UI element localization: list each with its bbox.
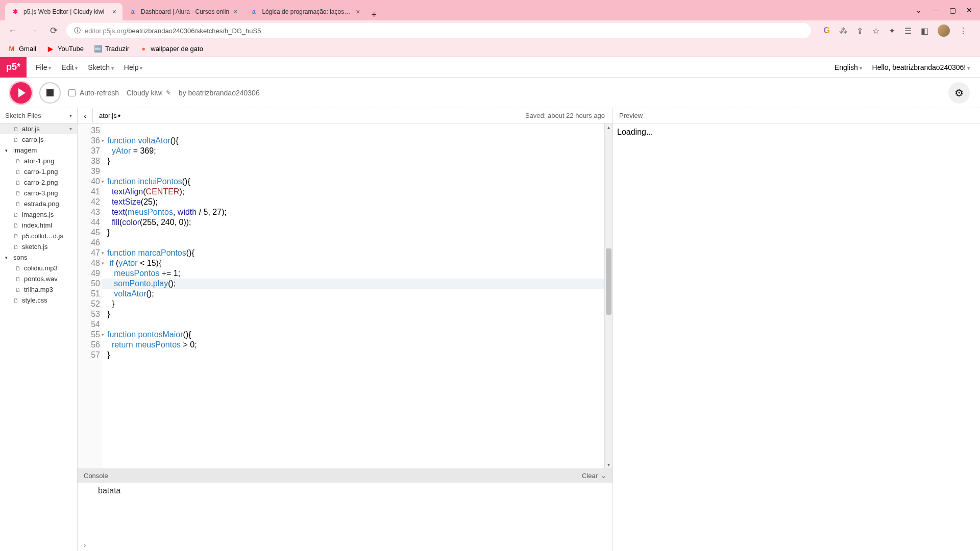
code-line[interactable]: function marcaPontos(){: [107, 248, 604, 258]
google-icon[interactable]: G: [824, 26, 830, 35]
new-tab-button[interactable]: +: [366, 10, 382, 20]
forward-button[interactable]: →: [26, 26, 41, 36]
reading-list-icon[interactable]: ☰: [904, 26, 912, 36]
code-line[interactable]: }: [107, 309, 604, 319]
gear-icon[interactable]: ⚙: [948, 82, 970, 104]
code-line[interactable]: voltaAtor();: [107, 289, 604, 299]
maximize-button[interactable]: ▢: [949, 6, 956, 14]
file-item[interactable]: 🗋carro-3.png: [0, 188, 77, 198]
code-line[interactable]: [107, 166, 604, 177]
user-menu[interactable]: Hello, beatrizbrandao240306!: [872, 63, 970, 71]
side-panel-icon[interactable]: ◧: [921, 26, 928, 36]
auto-refresh-toggle[interactable]: Auto-refresh: [68, 89, 119, 97]
line-number: 56: [78, 340, 100, 350]
bookmark-item[interactable]: ▶YouTube: [46, 45, 84, 53]
code-line[interactable]: meusPontos += 1;: [107, 268, 604, 279]
pencil-icon[interactable]: ✎: [166, 89, 171, 96]
code-line[interactable]: return meusPontos > 0;: [107, 340, 604, 350]
file-item[interactable]: 🗋p5.collid…d.js: [0, 231, 77, 241]
file-item[interactable]: 🗋estrada.png: [0, 198, 77, 209]
close-tab-icon[interactable]: ×: [356, 8, 360, 16]
close-tab-icon[interactable]: ×: [233, 8, 237, 16]
share-icon[interactable]: ⇪: [856, 26, 863, 36]
bookmark-star-icon[interactable]: ☆: [872, 26, 879, 36]
folder-item[interactable]: ▾sons: [0, 252, 77, 263]
code-line[interactable]: fill(color(255, 240, 0));: [107, 217, 604, 228]
url-input[interactable]: ⓘ editor.p5js.org/beatrizbrandao240306/s…: [66, 23, 811, 38]
browser-tab[interactable]: ✱p5.js Web Editor | Cloudy kiwi×: [5, 3, 122, 20]
code-line[interactable]: [107, 319, 604, 330]
file-item[interactable]: 🗋sketch.js: [0, 241, 77, 252]
editor-tab[interactable]: ator.js•: [93, 108, 127, 123]
code-line[interactable]: }: [107, 228, 604, 238]
file-item[interactable]: 🗋carro.js: [0, 134, 77, 145]
code-line[interactable]: [107, 126, 604, 136]
code-line[interactable]: }: [107, 299, 604, 309]
bookmark-item[interactable]: ●wallpaper de gato: [139, 45, 203, 53]
code-content[interactable]: function voltaAtor(){ yAtor = 369;}funct…: [102, 123, 604, 468]
file-item[interactable]: 🗋pontos.wav: [0, 273, 77, 284]
close-tab-icon[interactable]: ×: [112, 8, 116, 16]
back-button[interactable]: ←: [5, 26, 20, 36]
code-editor[interactable]: 3536▾37383940▾41424344454647▾48▾49505152…: [78, 123, 612, 468]
file-item[interactable]: 🗋ator-1.png: [0, 156, 77, 166]
code-line[interactable]: function pontosMaior(){: [107, 330, 604, 340]
code-line[interactable]: [107, 238, 604, 248]
site-info-icon[interactable]: ⓘ: [74, 26, 81, 35]
collapse-sidebar-button[interactable]: ‹: [78, 108, 93, 123]
code-line[interactable]: function voltaAtor(){: [107, 136, 604, 146]
code-line[interactable]: yAtor = 369;: [107, 146, 604, 156]
chevron-down-icon[interactable]: ▾: [69, 126, 72, 132]
file-item[interactable]: 🗋style.css: [0, 295, 77, 306]
stop-button[interactable]: [39, 82, 61, 104]
code-line[interactable]: somPonto.play();: [102, 279, 604, 289]
code-line[interactable]: textSize(25);: [107, 197, 604, 207]
file-item[interactable]: 🗋carro-1.png: [0, 166, 77, 177]
browser-tab[interactable]: aDashboard | Alura - Cursos onlin×: [122, 3, 243, 20]
menu-file[interactable]: File: [33, 59, 54, 76]
file-item[interactable]: 🗋ator.js▾: [0, 123, 77, 134]
menu-sketch[interactable]: Sketch: [85, 59, 117, 76]
console-clear-button[interactable]: Clear ⌄: [582, 472, 606, 480]
file-item[interactable]: 🗋carro-2.png: [0, 177, 77, 188]
play-button[interactable]: [10, 82, 32, 104]
file-item[interactable]: 🗋colidiu.mp3: [0, 263, 77, 273]
chevron-down-icon[interactable]: ▾: [69, 113, 72, 118]
address-bar: ← → ⟳ ⓘ editor.p5js.org/beatrizbrandao24…: [0, 20, 980, 41]
sidebar-header[interactable]: Sketch Files ▾: [0, 108, 77, 123]
file-item[interactable]: 🗋index.html: [0, 220, 77, 231]
bookmark-item[interactable]: 🔤Traduzir: [94, 45, 129, 53]
checkbox-icon[interactable]: [68, 89, 76, 96]
scrollbar[interactable]: ▴ ▾: [604, 123, 612, 468]
bookmark-item[interactable]: MGmail: [8, 45, 36, 53]
close-window-button[interactable]: ✕: [966, 6, 972, 14]
chevron-down-icon[interactable]: ⌄: [601, 472, 606, 480]
p5-logo[interactable]: p5*: [0, 57, 27, 78]
menu-icon[interactable]: ⋮: [959, 26, 967, 36]
extensions-icon[interactable]: ✦: [889, 26, 895, 36]
code-line[interactable]: }: [107, 156, 604, 166]
translate-icon[interactable]: ⁂: [839, 26, 847, 36]
code-line[interactable]: if (yAtor < 15){: [107, 258, 604, 268]
scroll-up-icon[interactable]: ▴: [605, 124, 612, 130]
console-input[interactable]: ›: [78, 539, 612, 551]
profile-avatar[interactable]: [938, 24, 950, 37]
code-line[interactable]: textAlign(CENTER);: [107, 187, 604, 197]
reload-button[interactable]: ⟳: [46, 25, 61, 36]
code-line[interactable]: function incluiPontos(){: [107, 177, 604, 187]
scroll-thumb[interactable]: [606, 248, 611, 315]
folder-item[interactable]: ▾imagem: [0, 145, 77, 156]
file-item[interactable]: 🗋trilha.mp3: [0, 284, 77, 295]
code-line[interactable]: }: [107, 350, 604, 360]
menu-edit[interactable]: Edit: [58, 59, 81, 76]
folder-arrow-icon: ▾: [5, 148, 10, 153]
file-item[interactable]: 🗋imagens.js: [0, 209, 77, 220]
language-selector[interactable]: English: [835, 63, 862, 71]
minimize-button[interactable]: —: [932, 6, 939, 14]
code-line[interactable]: text(meusPontos, width / 5, 27);: [107, 207, 604, 217]
scroll-down-icon[interactable]: ▾: [605, 462, 612, 467]
author-link[interactable]: beatrizbrandao240306: [188, 89, 260, 97]
browser-tab[interactable]: aLógica de programação: laços e l×: [243, 3, 366, 20]
menu-help[interactable]: Help: [121, 59, 146, 76]
chevron-down-icon[interactable]: ⌄: [916, 6, 922, 14]
